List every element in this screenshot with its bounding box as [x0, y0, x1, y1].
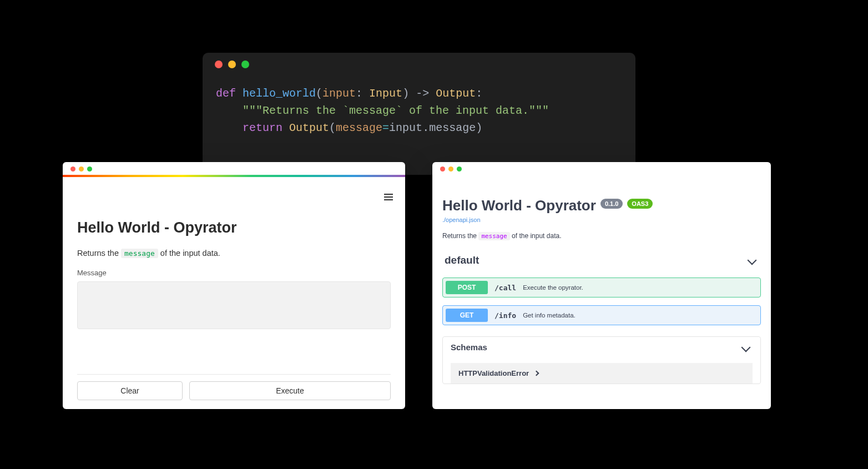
minimize-icon[interactable]	[228, 60, 236, 68]
execute-button[interactable]: Execute	[189, 381, 391, 400]
endpoint-post-call[interactable]: POST /call Execute the opyrator.	[442, 278, 761, 297]
swagger-ui-window: Hello World - Opyrator 0.1.0 OAS3 ./open…	[432, 162, 771, 409]
function-name: hello_world	[243, 87, 316, 100]
schemas-header[interactable]: Schemas	[443, 337, 760, 357]
openapi-link[interactable]: ./openapi.json	[442, 216, 761, 223]
chevron-right-icon	[534, 371, 539, 376]
keyword-return: return	[243, 122, 282, 134]
window-controls	[432, 162, 771, 175]
tag-default[interactable]: default	[442, 252, 761, 272]
hamburger-icon[interactable]	[384, 192, 393, 202]
chevron-down-icon	[741, 342, 751, 352]
chevron-down-icon	[748, 256, 757, 265]
close-icon[interactable]	[70, 167, 75, 172]
schemas-title: Schemas	[451, 342, 487, 352]
endpoint-summary: Get info metadata.	[523, 312, 576, 319]
keyword-def: def	[216, 87, 236, 100]
docstring: """Returns the `message` of the input da…	[243, 104, 549, 117]
page-description: Returns the message of the input data.	[77, 249, 391, 258]
close-icon[interactable]	[215, 60, 223, 68]
maximize-icon[interactable]	[87, 167, 92, 172]
window-controls	[203, 60, 635, 68]
version-badge: 0.1.0	[600, 199, 623, 209]
inline-code: message	[121, 249, 158, 258]
method-badge: GET	[446, 309, 488, 322]
minimize-icon[interactable]	[79, 167, 84, 172]
schemas-section: Schemas HTTPValidationError	[442, 336, 761, 384]
message-input[interactable]	[77, 281, 391, 329]
window-controls	[63, 162, 405, 175]
endpoint-summary: Execute the opyrator.	[523, 284, 583, 291]
divider	[77, 374, 391, 375]
api-title: Hello World - Opyrator	[442, 197, 596, 214]
endpoint-path: /call	[494, 284, 516, 292]
schema-item[interactable]: HTTPValidationError	[451, 363, 753, 384]
field-label: Message	[77, 269, 391, 277]
type-output: Output	[436, 87, 476, 100]
form-ui-window: Hello World - Opyrator Returns the messa…	[63, 162, 405, 409]
endpoint-path: /info	[494, 311, 516, 320]
code-block: def hello_world(input: Input) -> Output:…	[203, 85, 635, 137]
method-badge: POST	[446, 281, 488, 294]
clear-button[interactable]: Clear	[77, 381, 183, 400]
page-title: Hello World - Opyrator	[77, 219, 391, 236]
close-icon[interactable]	[440, 167, 445, 172]
inline-code: message	[478, 232, 509, 240]
maximize-icon[interactable]	[241, 60, 249, 68]
oas-badge: OAS3	[627, 199, 653, 209]
endpoint-get-info[interactable]: GET /info Get info metadata.	[442, 305, 761, 325]
minimize-icon[interactable]	[448, 167, 453, 172]
maximize-icon[interactable]	[457, 167, 462, 172]
tag-label: default	[445, 254, 479, 266]
schema-name: HTTPValidationError	[458, 369, 529, 377]
param-name: input	[322, 87, 356, 100]
code-editor-window: def hello_world(input: Input) -> Output:…	[203, 53, 635, 175]
api-description: Returns the message of the input data.	[442, 232, 761, 240]
type-input: Input	[369, 87, 402, 100]
